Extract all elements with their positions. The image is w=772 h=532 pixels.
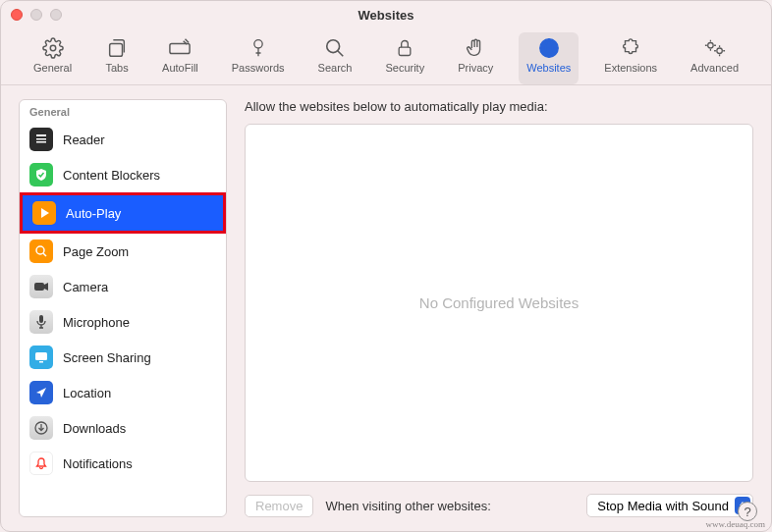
tab-label: Tabs	[105, 62, 128, 74]
sidebar-section-header: General	[20, 100, 226, 122]
tab-label: Passwords	[232, 62, 285, 74]
svg-rect-15	[35, 352, 47, 360]
svg-point-8	[716, 48, 722, 54]
tab-websites[interactable]: Websites	[519, 32, 579, 84]
svg-point-0	[50, 45, 56, 51]
content-area: General Reader Content Blockers Auto-Pla…	[1, 85, 771, 531]
play-icon	[32, 201, 56, 225]
svg-point-3	[254, 40, 262, 48]
tab-label: Websites	[526, 62, 571, 74]
svg-rect-5	[399, 47, 411, 55]
default-policy-select[interactable]: Stop Media with Sound	[586, 494, 753, 517]
sidebar-item-label: Screen Sharing	[63, 350, 151, 365]
svg-point-7	[707, 43, 713, 49]
camera-icon	[29, 275, 53, 298]
tab-label: Security	[385, 62, 424, 74]
svg-rect-13	[34, 283, 44, 291]
key-icon	[247, 36, 270, 60]
globe-icon	[537, 36, 561, 60]
shield-check-icon	[29, 163, 53, 186]
bottom-controls: Remove When visiting other websites: Sto…	[245, 494, 753, 517]
sidebar-item-downloads[interactable]: Downloads	[20, 410, 226, 446]
tab-passwords[interactable]: Passwords	[224, 32, 293, 84]
hand-icon	[464, 36, 487, 60]
preferences-toolbar: General Tabs AutoFill Passwords Search S…	[1, 28, 771, 85]
microphone-icon	[29, 310, 53, 334]
location-icon	[29, 381, 53, 404]
svg-rect-14	[39, 315, 43, 323]
tab-autofill[interactable]: AutoFill	[154, 32, 206, 84]
sidebar-item-page-zoom[interactable]: Page Zoom	[20, 234, 226, 269]
puzzle-icon	[619, 36, 642, 60]
sidebar-item-location[interactable]: Location	[20, 375, 226, 410]
configured-websites-list[interactable]: No Configured Websites	[245, 124, 753, 482]
help-button[interactable]: ?	[738, 502, 757, 521]
bell-icon	[29, 452, 53, 475]
sidebar-item-label: Content Blockers	[63, 168, 160, 183]
tab-security[interactable]: Security	[377, 32, 432, 84]
tab-label: Privacy	[458, 62, 493, 74]
svg-point-12	[36, 246, 44, 254]
svg-rect-1	[110, 43, 123, 56]
empty-placeholder: No Configured Websites	[419, 294, 579, 311]
tab-label: General	[33, 62, 72, 74]
highlight-annotation: Auto-Play	[20, 192, 226, 234]
sidebar-item-label: Microphone	[63, 315, 130, 330]
svg-point-4	[327, 40, 340, 53]
gears-icon	[703, 36, 727, 60]
main-panel: Allow the websites below to automaticall…	[245, 99, 753, 517]
tab-extensions[interactable]: Extensions	[596, 32, 665, 84]
titlebar: Websites	[1, 1, 771, 28]
visiting-label: When visiting other websites:	[325, 499, 490, 513]
sidebar-item-label: Reader	[63, 133, 105, 147]
zoom-icon	[29, 239, 53, 263]
tab-label: Extensions	[604, 62, 657, 74]
download-icon	[29, 416, 53, 440]
search-icon	[323, 36, 347, 60]
autofill-icon	[168, 36, 192, 60]
instruction-label: Allow the websites below to automaticall…	[245, 99, 753, 114]
settings-sidebar: General Reader Content Blockers Auto-Pla…	[19, 99, 227, 517]
sidebar-item-auto-play[interactable]: Auto-Play	[23, 195, 223, 231]
svg-rect-11	[36, 141, 46, 143]
sidebar-item-screen-sharing[interactable]: Screen Sharing	[20, 340, 226, 375]
sidebar-item-label: Auto-Play	[66, 206, 121, 221]
gear-icon	[41, 36, 65, 60]
sidebar-item-label: Camera	[63, 280, 108, 294]
tab-privacy[interactable]: Privacy	[450, 32, 501, 84]
sidebar-item-microphone[interactable]: Microphone	[20, 304, 226, 340]
svg-rect-10	[36, 138, 46, 140]
sidebar-item-notifications[interactable]: Notifications	[20, 446, 226, 481]
reader-icon	[29, 128, 53, 151]
tab-search[interactable]: Search	[310, 32, 360, 84]
sidebar-item-reader[interactable]: Reader	[20, 122, 226, 157]
select-value: Stop Media with Sound	[597, 499, 729, 513]
sidebar-item-camera[interactable]: Camera	[20, 269, 226, 304]
sidebar-item-label: Location	[63, 386, 111, 400]
tab-general[interactable]: General	[26, 32, 80, 84]
window-title: Websites	[1, 8, 771, 23]
tab-label: AutoFill	[162, 62, 198, 74]
lock-icon	[393, 36, 416, 60]
remove-button[interactable]: Remove	[245, 495, 313, 517]
tab-tabs[interactable]: Tabs	[97, 32, 137, 84]
tab-label: Search	[318, 62, 353, 74]
tab-label: Advanced	[690, 62, 739, 74]
svg-rect-16	[39, 361, 43, 363]
svg-rect-2	[170, 43, 190, 53]
sidebar-item-label: Notifications	[63, 456, 133, 471]
svg-rect-9	[36, 134, 46, 136]
watermark: www.deuaq.com	[706, 519, 765, 529]
tabs-icon	[105, 36, 129, 60]
sidebar-item-label: Downloads	[63, 421, 126, 436]
tab-advanced[interactable]: Advanced	[683, 32, 746, 84]
sidebar-item-label: Page Zoom	[63, 244, 129, 259]
sidebar-item-content-blockers[interactable]: Content Blockers	[20, 157, 226, 192]
screen-sharing-icon	[29, 346, 53, 369]
